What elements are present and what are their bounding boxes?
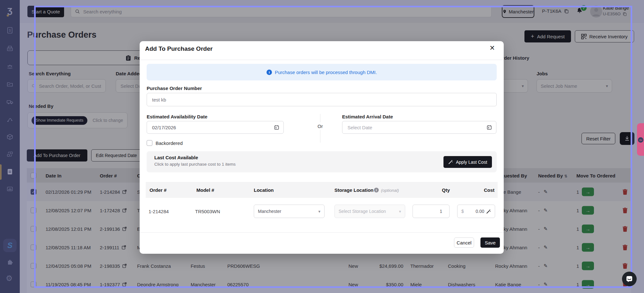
po-number-input[interactable] [151,97,492,103]
mcol-model: Model # [196,187,214,193]
divider [320,114,320,122]
backordered-checkbox[interactable] [147,140,152,146]
cancel-button[interactable]: Cancel [454,237,474,248]
info-banner-text: Purchase orders will be processed throug… [275,70,377,75]
mcol-order: Order # [150,187,166,193]
qty-input[interactable]: 1 [413,205,450,218]
po-number-field[interactable] [147,93,497,106]
po-number-label: Purchase Order Number [147,86,202,91]
storage-location-select[interactable]: Select Storage Location ▾ [334,205,405,218]
add-to-purchase-order-modal: Add To Purchase Order × i Purchase order… [140,41,504,254]
mcol-qty: Qty [442,187,450,193]
chat-widget-button[interactable] [622,272,637,286]
apply-last-cost-label: Apply Last Cost [456,160,487,165]
chevron-down-icon: ▾ [399,209,401,214]
chevron-down-icon: ▾ [318,209,320,214]
last-cost-title: Last Cost Available [154,155,489,160]
modal-title: Add To Purchase Order [145,45,213,52]
cancel-label: Cancel [457,240,472,245]
availability-date-field[interactable] [147,121,284,134]
mcol-cost: Cost [474,187,494,193]
location-select[interactable]: Manchester ▾ [254,205,325,218]
cost-value: 0.00 [476,209,484,214]
divider [140,232,504,233]
divider [140,60,504,60]
save-label: Save [485,240,495,245]
or-label: Or [318,124,323,129]
close-icon[interactable]: × [490,44,495,52]
arrival-date-label: Estimated Arrival Date [342,114,393,119]
app-root: ʒ $ S [0,0,644,293]
mcol-location: Location [254,187,274,193]
save-button[interactable]: Save [480,237,500,248]
storage-placeholder: Select Storage Location [339,209,386,214]
mcell-model: TR5003WN [195,209,220,214]
mcell-order: 1-214284 [149,209,169,214]
info-icon: i [267,70,272,75]
mcol-storage: Storage Location [334,187,374,193]
chat-bubble-icon [626,275,633,283]
cost-input[interactable]: $ 0.00 [457,205,495,218]
apply-last-cost-button[interactable]: Apply Last Cost [443,156,492,168]
backordered-label: Backordered [156,140,183,146]
qty-value: 1 [440,209,442,214]
mcol-storage-optional: (optional) [381,188,399,193]
calendar-icon[interactable] [274,125,279,130]
key-icon [638,137,643,143]
divider [320,130,320,143]
currency-symbol: $ [461,209,464,214]
info-icon[interactable]: i [374,188,379,192]
arrival-date-input[interactable] [347,124,487,131]
calendar-icon[interactable] [487,125,492,130]
location-select-value: Manchester [258,209,281,214]
availability-date-label: Estimated Availability Date [147,114,208,119]
last-cost-subtitle: Click to apply last purchase cost to 1 i… [154,162,489,167]
magic-wand-icon [448,160,453,164]
arrival-date-field[interactable] [342,121,496,134]
availability-date-input[interactable] [151,124,274,131]
info-banner: i Purchase orders will be processed thro… [147,64,497,80]
magic-wand-icon[interactable] [486,209,491,214]
